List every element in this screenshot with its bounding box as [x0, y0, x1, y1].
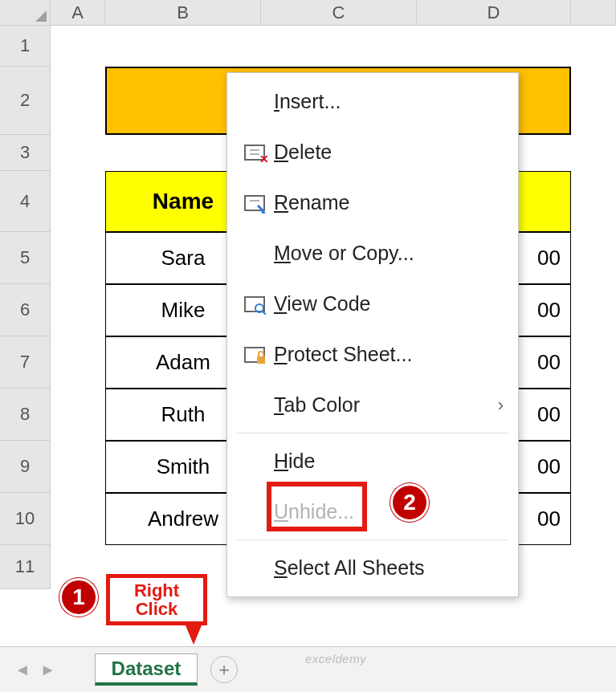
tab-nav: ◄ ►: [0, 661, 71, 679]
annotation-box-hide: [267, 482, 367, 531]
chevron-right-icon: ›: [498, 395, 504, 416]
menu-insert[interactable]: Insert...: [227, 76, 518, 127]
svg-text:✕: ✕: [259, 153, 267, 163]
column-headers: A B C D: [51, 0, 616, 26]
menu-label: View Code: [274, 292, 370, 315]
menu-label: Delete: [274, 140, 332, 164]
select-all-corner[interactable]: [0, 0, 51, 26]
protect-icon: [237, 344, 274, 365]
row-header-9[interactable]: 9: [0, 441, 51, 493]
annotation-arrow-down-icon: [186, 625, 202, 645]
col-header-c[interactable]: C: [261, 0, 417, 26]
rename-icon: [237, 193, 274, 214]
plus-icon: ＋: [215, 657, 233, 682]
menu-rename[interactable]: Rename: [227, 177, 518, 228]
row-header-3[interactable]: 3: [0, 135, 51, 171]
row-header-1[interactable]: 1: [0, 26, 51, 67]
annotation-text: Right: [110, 581, 203, 600]
menu-separator: [237, 433, 508, 434]
row-header-6[interactable]: 6: [0, 284, 51, 336]
col-header-b[interactable]: B: [105, 0, 261, 26]
menu-select-all-sheets[interactable]: Select All Sheets: [227, 543, 518, 593]
menu-hide[interactable]: Hide: [227, 436, 518, 486]
menu-view-code[interactable]: View Code: [227, 279, 518, 329]
watermark: exceldemy: [305, 652, 366, 666]
row-header-2[interactable]: 2: [0, 67, 51, 135]
menu-tab-color[interactable]: Tab Color ›: [227, 380, 518, 430]
col-header-next[interactable]: [571, 0, 616, 26]
svg-line-8: [263, 311, 266, 315]
col-header-a[interactable]: A: [51, 0, 105, 26]
sheet-tab-dataset[interactable]: Dataset: [95, 653, 198, 686]
tab-next-icon[interactable]: ►: [40, 661, 56, 679]
tab-prev-icon[interactable]: ◄: [14, 661, 31, 679]
menu-label: Protect Sheet...: [274, 343, 412, 366]
menu-label: Hide: [274, 450, 315, 473]
menu-label: Insert...: [274, 90, 341, 113]
row-header-7[interactable]: 7: [0, 336, 51, 389]
menu-label: Tab Color: [274, 393, 360, 417]
menu-label: Select All Sheets: [274, 556, 425, 580]
menu-label: Rename: [274, 191, 350, 214]
annotation-step-1: 1: [59, 578, 98, 617]
view-code-icon: [237, 294, 274, 315]
menu-separator: [237, 539, 508, 540]
annotation-text: Click: [110, 600, 203, 618]
menu-move-copy[interactable]: Move or Copy...: [227, 228, 518, 279]
row-header-5[interactable]: 5: [0, 232, 51, 284]
row-headers: 1 2 3 4 5 6 7 8 9 10 11: [0, 26, 51, 589]
annotation-right-click: Right Click: [106, 574, 207, 625]
delete-icon: ✕: [237, 142, 274, 163]
row-header-11[interactable]: 11: [0, 545, 51, 589]
col-header-d[interactable]: D: [417, 0, 571, 26]
menu-delete[interactable]: ✕ Delete: [227, 127, 518, 177]
row-header-4[interactable]: 4: [0, 171, 51, 232]
add-sheet-button[interactable]: ＋: [210, 656, 238, 683]
annotation-step-2: 2: [390, 483, 429, 522]
svg-rect-10: [257, 356, 265, 364]
row-header-8[interactable]: 8: [0, 389, 51, 441]
menu-label: Move or Copy...: [274, 242, 414, 265]
row-header-10[interactable]: 10: [0, 493, 51, 545]
menu-protect-sheet[interactable]: Protect Sheet...: [227, 329, 518, 380]
